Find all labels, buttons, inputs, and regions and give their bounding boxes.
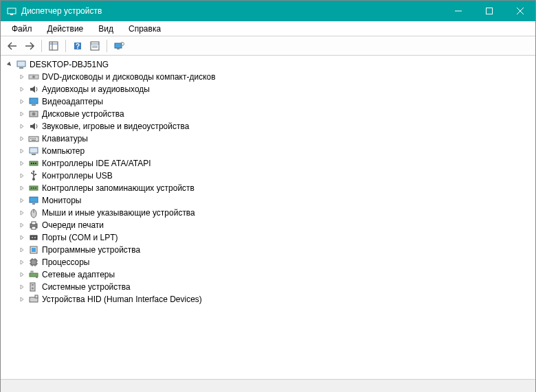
tree-category[interactable]: Системные устройства [5,281,535,293]
tree-category[interactable]: Мониторы [5,194,535,207]
usb-controller-icon [28,170,39,181]
svg-rect-3 [486,8,492,14]
properties-button[interactable] [87,38,102,54]
svg-rect-31 [30,148,38,153]
monitor-icon [28,195,39,206]
dvd-drive-icon [28,71,39,82]
computer-icon [28,146,39,157]
svg-rect-29 [34,138,36,139]
maximize-button[interactable] [473,1,504,21]
tree-category-label: Звуковые, игровые и видеоустройства [42,122,189,131]
print-queue-icon [28,220,39,231]
svg-rect-68 [36,277,38,278]
expander-closed-icon[interactable] [17,257,27,267]
tree-category[interactable]: Аудиовходы и аудиовыходы [5,83,535,95]
tree-category-label: Программные устройства [42,245,140,255]
expander-closed-icon[interactable] [17,122,27,131]
expander-closed-icon[interactable] [17,196,27,205]
tree-category[interactable]: Порты (COM и LPT) [5,231,535,244]
show-console-tree-button[interactable] [46,38,61,54]
tree-root-label: DESKTOP-DBJ51NG [30,60,109,69]
svg-point-43 [33,187,34,189]
expander-closed-icon[interactable] [17,282,27,292]
svg-text:?: ? [76,43,80,50]
tree-category-label: Системные устройства [42,282,131,292]
svg-rect-22 [30,98,38,104]
expander-closed-icon[interactable] [17,270,27,279]
toolbar-separator [41,40,42,52]
expander-closed-icon[interactable] [17,84,27,94]
tree-category[interactable]: Процессоры [5,256,535,268]
tree-category[interactable]: Программные устройства [5,244,535,256]
tree-category-label: Очереди печати [42,220,104,230]
menu-help[interactable]: Справка [122,23,168,35]
svg-point-39 [31,172,32,174]
svg-rect-35 [33,163,34,164]
expander-closed-icon[interactable] [17,171,27,181]
tree-category-label: Мониторы [42,196,81,205]
tree-category[interactable]: Звуковые, игровые и видеоустройства [5,120,535,132]
expander-closed-icon[interactable] [17,146,27,156]
tree-root[interactable]: DESKTOP-DBJ51NG [5,58,535,71]
tree-category-label: Порты (COM и LPT) [42,233,118,242]
tree-category[interactable]: Компьютер [5,145,535,157]
svg-rect-30 [32,140,36,141]
tree-category-label: Контроллеры IDE ATA/ATAPI [42,159,151,168]
svg-rect-57 [31,260,36,265]
expander-closed-icon[interactable] [17,159,27,168]
display-adapter-icon [28,96,39,107]
tree-category[interactable]: Контроллеры USB [5,170,535,182]
tree-category[interactable]: Видеоадаптеры [5,95,535,108]
expander-closed-icon[interactable] [17,134,27,143]
minimize-button[interactable] [443,1,473,21]
expander-closed-icon[interactable] [17,245,27,255]
close-button[interactable] [504,1,535,21]
network-adapter-icon [28,269,39,280]
svg-rect-50 [32,222,36,224]
expander-closed-icon[interactable] [17,295,27,304]
sound-icon [28,121,39,132]
forward-button[interactable] [22,38,37,54]
menubar: Файл Действие Вид Справка [1,21,535,36]
svg-rect-6 [49,42,58,50]
app-icon [6,5,17,16]
hid-device-icon [28,294,39,305]
help-button[interactable]: ? [70,38,85,54]
expander-closed-icon[interactable] [17,208,27,218]
menu-action[interactable]: Действие [41,23,91,35]
expander-closed-icon[interactable] [17,220,27,230]
device-tree[interactable]: DESKTOP-DBJ51NG DVD-дисководы и дисковод… [1,56,535,378]
svg-rect-46 [32,203,35,205]
scan-hardware-button[interactable] [111,38,126,54]
storage-controller-icon [28,183,39,194]
svg-rect-34 [31,163,32,164]
expander-closed-icon[interactable] [17,97,27,106]
window-controls [443,1,535,21]
tree-category-label: DVD-дисководы и дисководы компакт-дисков [42,72,216,82]
tree-category-label: Контроллеры запоминающих устройств [42,183,194,193]
expander-closed-icon[interactable] [17,109,27,119]
tree-category[interactable]: Мыши и иные указывающие устройства [5,207,535,219]
expander-closed-icon[interactable] [17,233,27,242]
svg-point-21 [32,76,35,78]
expander-open-icon[interactable] [5,60,14,69]
svg-rect-66 [30,273,38,277]
svg-point-44 [35,187,36,189]
tree-category[interactable]: Контроллеры запоминающих устройств [5,182,535,194]
tree-category[interactable]: Клавиатуры [5,132,535,145]
back-button[interactable] [5,38,20,54]
svg-rect-51 [32,227,36,229]
svg-rect-23 [32,104,36,106]
tree-category[interactable]: Контроллеры IDE ATA/ATAPI [5,157,535,170]
tree-category[interactable]: Сетевые адаптеры [5,268,535,281]
tree-category[interactable]: Дисковые устройства [5,108,535,120]
tree-category[interactable]: Очереди печати [5,219,535,231]
tree-category[interactable]: DVD-дисководы и дисководы компакт-дисков [5,71,535,83]
expander-closed-icon[interactable] [17,183,27,193]
tree-category[interactable]: Устройства HID (Human Interface Devices) [5,293,535,305]
menu-view[interactable]: Вид [91,23,120,35]
expander-closed-icon[interactable] [17,72,27,82]
svg-rect-40 [35,174,36,175]
audio-icon [28,84,39,95]
menu-file[interactable]: Файл [5,23,39,35]
